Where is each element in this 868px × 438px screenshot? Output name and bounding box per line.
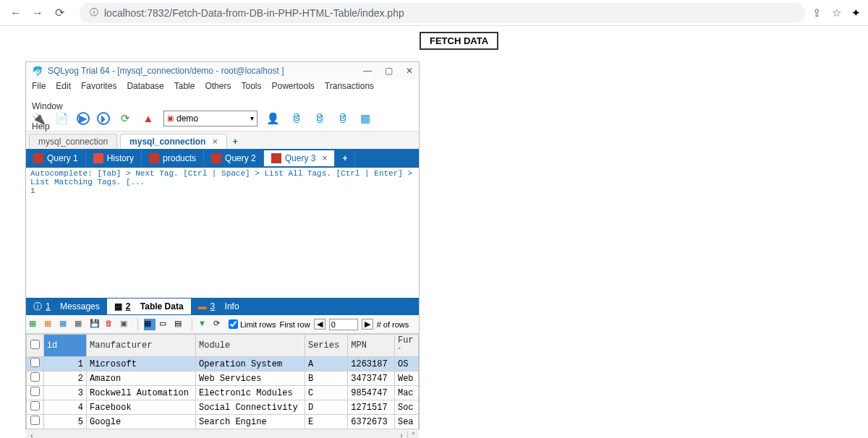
schema-icon[interactable]: ▲ (140, 111, 156, 126)
row-checkbox[interactable] (30, 372, 40, 382)
limit-rows-checkbox[interactable]: Limit rows (229, 319, 276, 329)
cell-id[interactable]: 2 (43, 372, 86, 386)
bookmark-icon[interactable]: ☆ (832, 7, 841, 20)
row-icon[interactable]: ▣ (120, 319, 132, 330)
filter-icon[interactable]: ▼ (198, 319, 210, 330)
scroll-right-icon[interactable]: › (396, 431, 407, 439)
extensions-icon[interactable]: ✦ (851, 7, 861, 20)
select-all-checkbox[interactable] (30, 340, 40, 349)
new-query-icon[interactable]: 📄 (54, 111, 69, 126)
edit-icon[interactable]: ▦ (75, 319, 86, 330)
cell-module[interactable]: Search Engine (195, 415, 305, 429)
tab-messages[interactable]: ⓘ 1 Messages (26, 298, 107, 316)
scroll-up-icon[interactable]: ˄ (398, 348, 401, 355)
row-checkbox[interactable] (30, 416, 40, 425)
tab-products[interactable]: products (142, 150, 204, 166)
prev-page-button[interactable]: ◀ (314, 319, 326, 330)
cell-fur[interactable]: Web (394, 372, 418, 386)
cell-module[interactable]: Social Connectivity (195, 400, 305, 415)
close-tab-icon[interactable]: × (322, 153, 327, 163)
cell-id[interactable]: 5 (43, 415, 86, 429)
row-checkbox[interactable] (30, 358, 40, 367)
cell-series[interactable]: B (305, 372, 347, 386)
cell-manufacturer[interactable]: Facebook (87, 400, 196, 415)
cell-manufacturer[interactable]: Rockwell Automation (87, 386, 196, 400)
table-row[interactable]: 5GoogleSearch EngineE6372673Sea (27, 415, 419, 429)
cell-series[interactable]: C (305, 386, 347, 400)
cell-fur[interactable]: Mac (394, 386, 418, 400)
save-icon[interactable]: 💾 (90, 319, 101, 330)
close-tab-icon[interactable]: × (213, 137, 218, 147)
cell-manufacturer[interactable]: Microsoft (87, 357, 196, 372)
menu-file[interactable]: File (32, 81, 46, 91)
menu-table[interactable]: Table (174, 81, 195, 91)
next-page-button[interactable]: ▶ (362, 319, 373, 330)
minimize-button[interactable]: — (363, 66, 372, 76)
tab-info[interactable]: ▬ 3 Info (191, 299, 247, 314)
scroll-down-icon[interactable]: ˅ (407, 431, 419, 439)
export-icon[interactable]: ▦ (29, 319, 41, 330)
conn-tab-inactive[interactable]: mysql_connection (29, 134, 117, 149)
tab-history[interactable]: History (86, 150, 142, 166)
row-checkbox[interactable] (30, 387, 40, 396)
table-row[interactable]: 3Rockwell AutomationElectronic ModulesC9… (27, 386, 419, 400)
reload-button[interactable]: ⟳ (51, 4, 68, 22)
scroll-left-icon[interactable]: ‹ (26, 431, 38, 439)
row-offset-input[interactable] (329, 319, 358, 330)
db-add-icon[interactable]: 🛢 (288, 111, 304, 126)
cell-fur[interactable]: OS (394, 357, 418, 372)
database-selector[interactable]: ▣ demo (163, 111, 258, 126)
delete-icon[interactable]: 🗑 (105, 319, 116, 330)
maximize-button[interactable]: ▢ (385, 66, 393, 76)
address-bar[interactable]: ⓘ localhost:7832/Fetch-Data-from-DB-in-P… (80, 3, 805, 23)
cell-mpn[interactable]: 1271517 (348, 400, 395, 415)
col-series[interactable]: Series (305, 335, 347, 357)
tab-query1[interactable]: Query 1 (26, 150, 86, 166)
menu-transactions[interactable]: Transactions (325, 81, 374, 91)
cell-mpn[interactable]: 9854747 (348, 386, 395, 400)
cell-id[interactable]: 4 (43, 400, 86, 415)
cell-fur[interactable]: Soc (394, 400, 418, 415)
cell-id[interactable]: 3 (43, 386, 86, 400)
horizontal-scrollbar[interactable]: ‹ › ˅ (26, 429, 419, 438)
conn-tab-active[interactable]: mysql_connection × (120, 134, 227, 149)
export2-icon[interactable]: ▦ (44, 319, 56, 330)
cell-id[interactable]: 1 (43, 357, 86, 372)
grid-icon[interactable]: ▦ (357, 111, 373, 126)
cell-manufacturer[interactable]: Google (87, 415, 196, 429)
execute-all-icon[interactable]: ⏵ (97, 112, 110, 125)
connect-icon[interactable]: 🔌 (30, 111, 46, 126)
col-module[interactable]: Module (195, 335, 305, 357)
add-query-tab[interactable]: + (335, 150, 355, 166)
close-button[interactable]: ✕ (406, 66, 413, 76)
view-form-icon[interactable]: ▭ (159, 319, 171, 330)
window-titlebar[interactable]: 🐬 SQLyog Trial 64 - [mysql_connection/de… (26, 62, 419, 80)
col-manufacturer[interactable]: Manufacturer (87, 335, 196, 357)
menu-powertools[interactable]: Powertools (271, 81, 314, 91)
db-export-icon[interactable]: 🛢 (334, 111, 350, 126)
cell-mpn[interactable]: 6372673 (348, 415, 395, 429)
cell-mpn[interactable]: 1263187 (348, 357, 395, 372)
execute-icon[interactable]: ▶ (77, 112, 90, 125)
user-icon[interactable]: 👤 (265, 111, 281, 126)
view-text-icon[interactable]: ▤ (174, 319, 186, 330)
menu-edit[interactable]: Edit (56, 81, 71, 91)
refresh-icon[interactable]: ⟳ (117, 111, 133, 126)
row-checkbox[interactable] (30, 401, 40, 411)
cell-manufacturer[interactable]: Amazon (87, 372, 196, 386)
tab-query3[interactable]: Query 3× (264, 150, 336, 166)
col-fur[interactable]: Fur ˄ (394, 335, 418, 357)
cell-series[interactable]: E (305, 415, 347, 429)
result-grid[interactable]: id Manufacturer Module Series MPN Fur ˄ … (26, 334, 419, 429)
cell-module[interactable]: Operation System (195, 357, 305, 372)
cell-module[interactable]: Electronic Modules (195, 386, 305, 400)
table-row[interactable]: 4FacebookSocial ConnectivityD1271517Soc (27, 400, 419, 415)
col-mpn[interactable]: MPN (348, 335, 395, 357)
forward-button[interactable]: → (29, 4, 46, 22)
cell-fur[interactable]: Sea (394, 415, 418, 429)
menu-others[interactable]: Others (205, 81, 231, 91)
table-row[interactable]: 1MicrosoftOperation SystemA1263187OS (27, 357, 419, 372)
sql-editor[interactable]: Autocomplete: [Tab] > Next Tag. [Ctrl | … (26, 168, 419, 298)
table-row[interactable]: 2AmazonWeb ServicesB3473747Web (27, 372, 419, 386)
cell-series[interactable]: D (305, 400, 347, 415)
